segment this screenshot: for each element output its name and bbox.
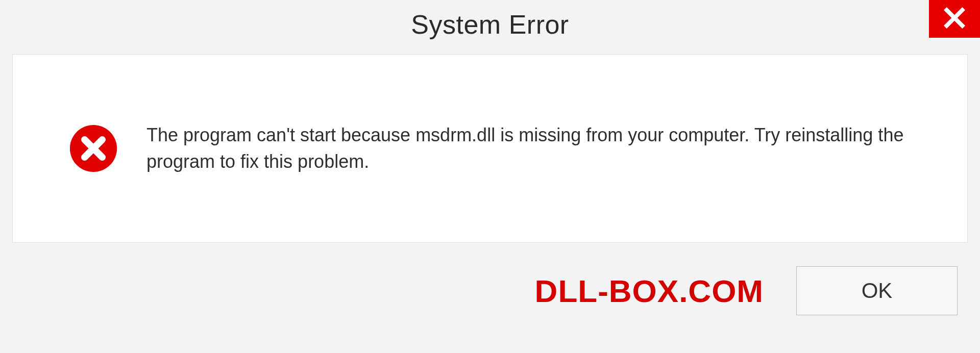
ok-button[interactable]: OK bbox=[796, 266, 958, 315]
error-icon bbox=[69, 124, 118, 173]
titlebar: System Error bbox=[0, 0, 980, 49]
watermark-text: DLL-BOX.COM bbox=[535, 273, 764, 309]
dialog-title: System Error bbox=[411, 9, 569, 40]
dialog-message: The program can't start because msdrm.dl… bbox=[146, 122, 967, 175]
close-icon bbox=[943, 6, 966, 32]
dialog-body: The program can't start because msdrm.dl… bbox=[12, 54, 968, 243]
dialog-footer: DLL-BOX.COM OK bbox=[12, 255, 968, 326]
close-button[interactable] bbox=[929, 0, 980, 38]
